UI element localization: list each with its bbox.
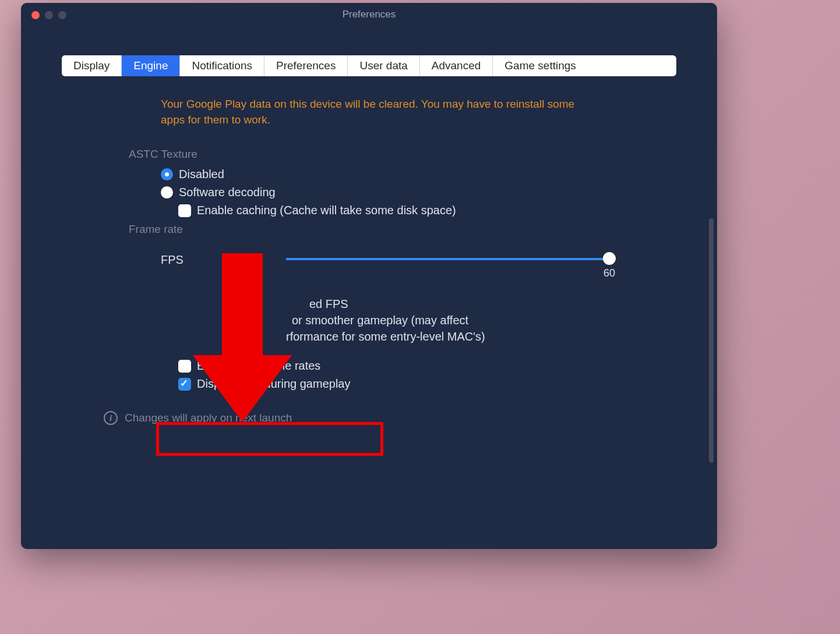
slider-thumb[interactable] xyxy=(603,252,616,265)
radio-astc-disabled[interactable] xyxy=(161,168,173,180)
frame-rate-section-label: Frame rate xyxy=(129,223,676,236)
window-title: Preferences xyxy=(21,9,717,20)
tab-user-data[interactable]: User data xyxy=(348,55,419,76)
display-fps-label: Display FPS during gameplay xyxy=(197,377,350,391)
close-button[interactable] xyxy=(31,11,40,19)
tab-game-settings[interactable]: Game settings xyxy=(493,55,588,76)
minimize-button[interactable] xyxy=(45,11,53,19)
maximize-button[interactable] xyxy=(58,11,66,19)
slider-track xyxy=(286,258,609,260)
checkbox-display-fps[interactable] xyxy=(178,378,191,391)
fps-label: FPS xyxy=(161,253,213,267)
footer-row: i Changes will apply on next launch xyxy=(104,411,676,425)
scrollbar[interactable] xyxy=(709,218,714,463)
partial-description: ed FPS or smoother gameplay (may affect … xyxy=(178,296,676,345)
astc-software-label: Software decoding xyxy=(179,186,276,199)
tab-engine[interactable]: Engine xyxy=(122,55,180,76)
display-fps-row[interactable]: Display FPS during gameplay xyxy=(178,377,676,391)
astc-section-label: ASTC Texture xyxy=(129,148,676,161)
tab-display[interactable]: Display xyxy=(62,55,122,76)
tab-advanced[interactable]: Advanced xyxy=(420,55,493,76)
titlebar: Preferences xyxy=(21,3,717,26)
preferences-window: Preferences Display Engine Notifications… xyxy=(21,3,717,549)
tabs-bar: Display Engine Notifications Preferences… xyxy=(62,55,676,76)
astc-disabled-label: Disabled xyxy=(179,168,224,181)
tab-notifications[interactable]: Notifications xyxy=(180,55,264,76)
warning-text: Your Google Play data on this device wil… xyxy=(161,97,580,127)
checkbox-enable-caching[interactable] xyxy=(178,204,191,217)
astc-disabled-row[interactable]: Disabled xyxy=(161,168,676,181)
checkbox-enable-high-fr[interactable] xyxy=(178,360,191,373)
content-area: Your Google Play data on this device wil… xyxy=(21,76,717,547)
fps-slider[interactable]: 60 xyxy=(286,253,609,256)
astc-caching-row[interactable]: Enable caching (Cache will take some dis… xyxy=(178,204,676,217)
traffic-lights xyxy=(31,11,66,19)
enable-high-fr-label: Enable high frame rates xyxy=(197,359,320,373)
enable-high-fr-row[interactable]: Enable high frame rates xyxy=(178,359,676,373)
footer-text: Changes will apply on next launch xyxy=(125,412,292,424)
fps-row: FPS 60 xyxy=(161,253,676,267)
tab-preferences[interactable]: Preferences xyxy=(264,55,348,76)
info-icon: i xyxy=(104,411,118,425)
astc-software-row[interactable]: Software decoding xyxy=(161,186,676,199)
slider-value: 60 xyxy=(603,267,615,279)
partial-line-3: rformance for some entry-level MAC's) xyxy=(178,328,676,345)
radio-astc-software[interactable] xyxy=(161,186,173,199)
partial-line-1: ed FPS xyxy=(178,296,676,312)
partial-line-2: or smoother gameplay (may affect xyxy=(178,312,676,328)
astc-caching-label: Enable caching (Cache will take some dis… xyxy=(197,204,456,217)
